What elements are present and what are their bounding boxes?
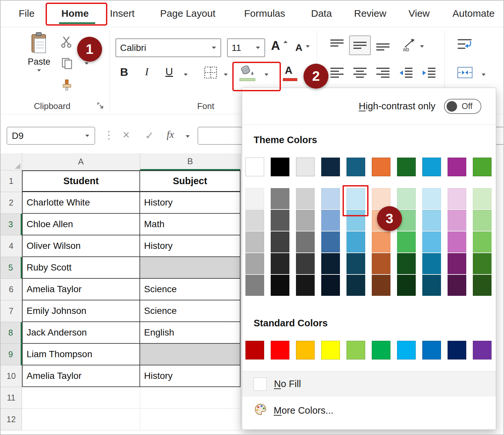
theme-color-swatch[interactable] <box>296 158 315 176</box>
theme-color-swatch[interactable] <box>271 158 289 176</box>
column-header-a[interactable]: A <box>22 153 140 170</box>
font-color-button[interactable]: A <box>285 64 292 76</box>
standard-color-swatch[interactable] <box>448 341 466 359</box>
standard-color-swatch[interactable] <box>372 341 390 359</box>
enter-icon[interactable]: ✓ <box>145 129 154 142</box>
more-colors-option[interactable]: More Colors... <box>242 397 496 424</box>
tab-data[interactable]: Data <box>311 8 332 19</box>
theme-variant-swatch[interactable] <box>473 253 492 275</box>
theme-variant-swatch[interactable] <box>397 231 416 253</box>
high-contrast-toggle[interactable]: Off <box>444 99 481 114</box>
cell-student[interactable]: Charlotte White <box>22 192 140 214</box>
standard-color-swatch[interactable] <box>346 341 365 359</box>
cancel-icon[interactable]: × <box>123 128 130 142</box>
theme-variant-swatch[interactable] <box>321 210 340 231</box>
decrease-indent-icon[interactable] <box>398 66 413 81</box>
font-name-combo[interactable]: Calibri <box>116 38 221 57</box>
increase-indent-icon[interactable] <box>421 66 436 81</box>
merge-center-icon[interactable] <box>457 66 473 80</box>
theme-color-swatch[interactable] <box>448 158 466 176</box>
merge-dropdown-chevron[interactable] <box>482 74 486 76</box>
theme-variant-swatch[interactable] <box>321 231 340 253</box>
tab-review[interactable]: Review <box>354 8 386 19</box>
theme-variant-swatch[interactable] <box>245 253 264 275</box>
italic-button[interactable]: I <box>145 66 149 78</box>
no-fill-option[interactable]: No Fill <box>242 371 496 397</box>
cell-student[interactable]: Ruby Scott <box>22 257 140 279</box>
theme-variant-swatch[interactable] <box>271 253 289 275</box>
row-header[interactable]: 10 <box>1 365 22 387</box>
cell-student[interactable] <box>22 387 140 409</box>
clipboard-dialog-launcher-icon[interactable] <box>96 102 104 111</box>
theme-variant-swatch[interactable] <box>372 253 390 275</box>
cell-student[interactable]: Oliver Wilson <box>22 235 140 257</box>
cell-student[interactable]: Liam Thompson <box>22 344 140 365</box>
row-header[interactable]: 5 <box>1 257 22 279</box>
underline-dropdown-chevron[interactable] <box>184 74 188 76</box>
cell-subject[interactable] <box>140 257 241 279</box>
font-size-combo[interactable]: 11 <box>227 38 265 57</box>
cell-student[interactable]: Amelia Taylor <box>22 365 140 387</box>
row-header[interactable]: 9 <box>1 344 22 365</box>
decrease-font-size-button[interactable]: A <box>295 42 303 53</box>
column-header-b[interactable]: B <box>140 153 241 170</box>
cell-student[interactable]: Student <box>22 170 140 192</box>
theme-color-swatch[interactable] <box>245 158 264 176</box>
borders-dropdown-chevron[interactable] <box>224 74 228 76</box>
theme-variant-swatch[interactable] <box>271 210 289 231</box>
standard-color-swatch[interactable] <box>422 341 441 359</box>
theme-variant-swatch[interactable] <box>321 275 340 296</box>
row-header[interactable]: 1 <box>1 170 22 192</box>
cell-student[interactable] <box>22 409 140 430</box>
cell-subject[interactable]: History <box>140 235 241 257</box>
theme-variant-swatch[interactable] <box>321 188 340 210</box>
theme-variant-swatch[interactable] <box>473 210 492 231</box>
theme-variant-swatch[interactable] <box>473 275 492 296</box>
cell-subject[interactable]: English <box>140 322 241 344</box>
standard-color-swatch[interactable] <box>245 341 264 359</box>
copy-icon[interactable] <box>61 57 73 71</box>
row-header[interactable]: 12 <box>1 409 22 430</box>
tab-file[interactable]: File <box>19 8 34 19</box>
theme-variant-swatch[interactable] <box>245 275 264 296</box>
theme-variant-swatch[interactable] <box>245 188 264 210</box>
theme-variant-swatch[interactable] <box>321 253 340 275</box>
cell-subject[interactable]: Science <box>140 279 241 300</box>
format-painter-icon[interactable] <box>61 79 73 93</box>
increase-font-size-button[interactable]: A <box>271 39 280 53</box>
align-bottom-icon[interactable] <box>375 38 390 53</box>
theme-variant-swatch[interactable] <box>346 275 365 296</box>
theme-variant-swatch[interactable] <box>372 231 390 253</box>
orientation-dropdown-chevron[interactable] <box>420 45 424 48</box>
cell-subject[interactable] <box>140 344 241 365</box>
align-top-icon[interactable] <box>329 38 345 53</box>
theme-color-swatch[interactable] <box>321 158 340 176</box>
bold-button[interactable]: B <box>120 66 128 78</box>
standard-color-swatch[interactable] <box>473 341 492 359</box>
cell-subject[interactable]: Subject <box>140 170 241 192</box>
wrap-text-icon[interactable] <box>457 37 472 53</box>
theme-variant-swatch[interactable] <box>346 231 365 253</box>
theme-color-swatch[interactable] <box>397 158 416 176</box>
align-left-icon[interactable] <box>329 66 345 81</box>
theme-variant-swatch[interactable] <box>296 188 315 210</box>
row-header[interactable]: 2 <box>1 192 22 214</box>
row-header[interactable]: 7 <box>1 300 22 322</box>
theme-variant-swatch[interactable] <box>448 188 466 210</box>
theme-variant-swatch[interactable] <box>296 275 315 296</box>
select-all-corner[interactable] <box>1 153 22 170</box>
cell-student[interactable]: Amelia Taylor <box>22 279 140 300</box>
row-header[interactable]: 8 <box>1 322 22 344</box>
standard-color-swatch[interactable] <box>296 341 315 359</box>
row-header[interactable]: 4 <box>1 235 22 257</box>
theme-variant-swatch[interactable] <box>448 210 466 231</box>
theme-variant-swatch[interactable] <box>422 188 441 210</box>
theme-variant-swatch[interactable] <box>422 275 441 296</box>
standard-color-swatch[interactable] <box>271 341 289 359</box>
theme-variant-swatch[interactable] <box>296 231 315 253</box>
theme-variant-swatch[interactable] <box>422 253 441 275</box>
theme-variant-swatch[interactable] <box>372 275 390 296</box>
tab-insert[interactable]: Insert <box>110 8 135 19</box>
theme-variant-swatch[interactable] <box>346 253 365 275</box>
row-header[interactable]: 3 <box>1 214 22 235</box>
